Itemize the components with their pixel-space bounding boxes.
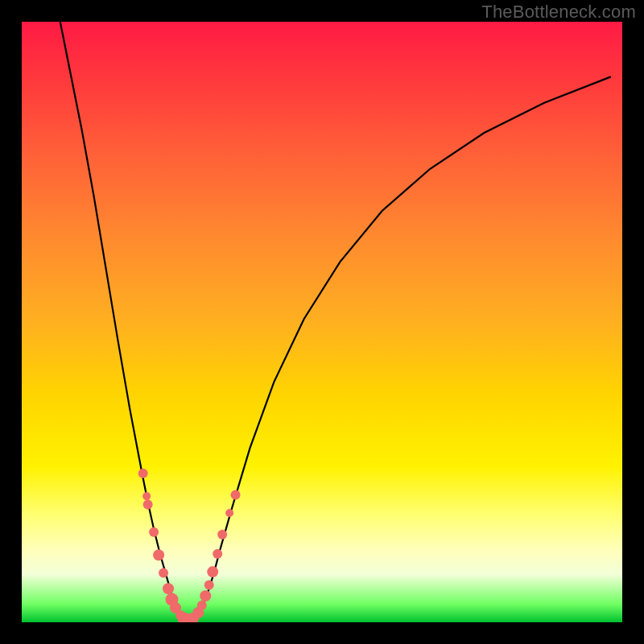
scatter-dot	[153, 549, 164, 560]
scatter-dot	[143, 500, 153, 510]
scatter-dot	[200, 590, 211, 601]
curve-left	[58, 22, 190, 621]
scatter-dot	[225, 509, 233, 517]
scatter-dots	[138, 469, 241, 622]
scatter-dot	[231, 490, 241, 500]
chart-overlay	[22, 22, 622, 622]
scatter-dot	[217, 530, 227, 539]
curve-right	[190, 77, 610, 621]
scatter-dot	[204, 580, 214, 590]
scatter-dot	[142, 492, 151, 500]
watermark-text: TheBottleneck.com	[481, 2, 636, 23]
scatter-dot	[213, 549, 222, 559]
scatter-dot	[207, 566, 218, 577]
scatter-dot	[138, 469, 148, 478]
plot-area	[22, 22, 622, 622]
scatter-dot	[163, 583, 174, 594]
chart-frame: TheBottleneck.com	[0, 0, 644, 644]
scatter-dot	[197, 601, 207, 610]
scatter-dot	[149, 527, 159, 537]
scatter-dot	[159, 568, 168, 578]
